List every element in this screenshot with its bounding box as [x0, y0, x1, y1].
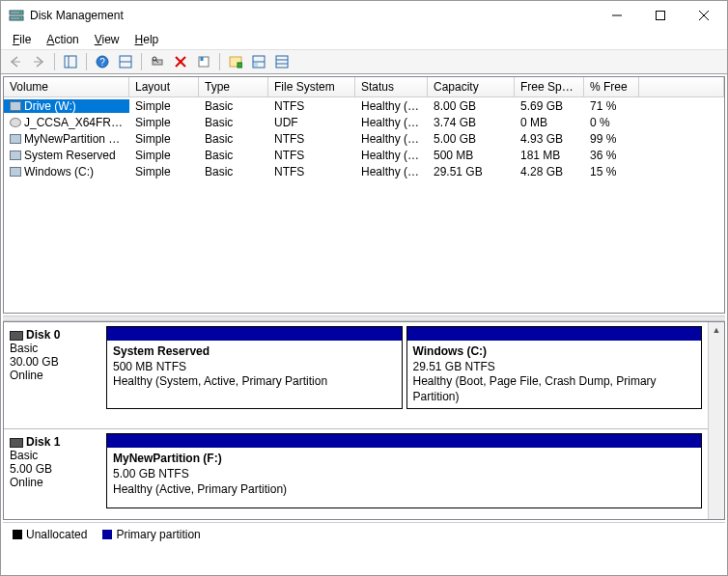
svg-rect-28 [276, 56, 288, 68]
maximize-button[interactable] [638, 2, 682, 30]
legend-primary: Primary partition [102, 528, 200, 541]
volume-name: System Reserved [24, 149, 116, 162]
volume-type: Basic [199, 116, 268, 129]
unallocated-swatch-icon [13, 530, 22, 539]
settings-list-button[interactable] [271, 51, 293, 72]
refresh-button[interactable] [115, 51, 136, 72]
delete-button[interactable] [170, 51, 191, 72]
legend-unallocated: Unallocated [13, 528, 87, 541]
partition-stripe [107, 327, 402, 341]
disk-label: Disk 1 [26, 435, 60, 449]
volume-fs: NTFS [268, 99, 355, 113]
toolbar: ? [1, 49, 727, 74]
partition-sub: 29.51 GB NTFS [413, 360, 495, 373]
properties-button[interactable] [193, 51, 214, 72]
disk-icon [10, 438, 23, 448]
volume-layout: Simple [129, 165, 199, 178]
volume-capacity: 5.00 GB [428, 132, 515, 146]
col-pctfree[interactable]: % Free [584, 77, 639, 96]
partition-status: Healthy (Active, Primary Partition) [113, 482, 287, 496]
partition-box[interactable]: System Reserved500 MB NTFSHealthy (Syste… [106, 326, 403, 409]
volume-row[interactable]: Drive (W:)SimpleBasicNTFSHealthy (A...8.… [4, 97, 724, 114]
back-button[interactable] [5, 51, 26, 72]
legend: Unallocated Primary partition [3, 522, 725, 545]
col-filesystem[interactable]: File System [268, 77, 355, 96]
toolbar-separator [86, 53, 87, 70]
volume-capacity: 500 MB [428, 149, 515, 162]
volume-status: Healthy (A... [355, 99, 428, 113]
volume-fs: NTFS [268, 165, 355, 178]
volume-capacity: 29.51 GB [428, 165, 515, 178]
close-button[interactable] [682, 2, 725, 30]
help-button[interactable]: ? [92, 51, 113, 72]
vertical-scrollbar[interactable]: ▲ [708, 322, 724, 519]
disk-size: 5.00 GB [10, 462, 98, 476]
col-status[interactable]: Status [355, 77, 428, 96]
menu-bar: File Action View Help [1, 30, 727, 49]
volume-free: 0 MB [515, 116, 584, 129]
volume-row[interactable]: J_CCSA_X64FRE_E...SimpleBasicUDFHealthy … [4, 114, 724, 130]
volume-name: J_CCSA_X64FRE_E... [24, 116, 129, 129]
partition-status: Healthy (System, Active, Primary Partiti… [113, 374, 327, 388]
partition-title: MyNewPartition (F:) [113, 452, 222, 465]
volume-fs: NTFS [268, 132, 355, 146]
drive-icon [10, 167, 21, 177]
disk-header[interactable]: Disk 0Basic30.00 GBOnline [10, 326, 98, 409]
volume-pct: 36 % [584, 149, 639, 162]
volume-pct: 71 % [584, 99, 639, 113]
disk-header[interactable]: Disk 1Basic5.00 GBOnline [10, 433, 98, 508]
col-volume[interactable]: Volume [4, 77, 129, 96]
col-blank[interactable] [639, 77, 724, 96]
svg-point-2 [19, 12, 21, 14]
drive-icon [10, 134, 21, 144]
volume-row[interactable]: MyNewPartition (F:)SimpleBasicNTFSHealth… [4, 130, 724, 147]
svg-rect-5 [656, 12, 664, 20]
volume-free: 5.69 GB [515, 99, 584, 113]
menu-action[interactable]: Action [39, 31, 86, 48]
volume-list[interactable]: Volume Layout Type File System Status Ca… [3, 76, 725, 314]
disk-type: Basic [10, 449, 98, 462]
volume-fs: NTFS [268, 149, 355, 162]
partition-box[interactable]: Windows (C:)29.51 GB NTFSHealthy (Boot, … [406, 326, 703, 409]
volume-free: 4.93 GB [515, 132, 584, 146]
scroll-up-icon[interactable]: ▲ [709, 322, 724, 338]
svg-rect-10 [65, 56, 76, 68]
menu-help[interactable]: Help [127, 31, 167, 48]
drive-icon [10, 151, 21, 160]
volume-type: Basic [199, 99, 268, 113]
col-freespace[interactable]: Free Spa... [515, 77, 584, 96]
rescan-disks-button[interactable] [147, 51, 168, 72]
col-type[interactable]: Type [199, 77, 268, 96]
partition-box[interactable]: MyNewPartition (F:)5.00 GB NTFSHealthy (… [106, 433, 702, 508]
volume-pct: 99 % [584, 132, 639, 146]
volume-layout: Simple [129, 149, 199, 162]
volume-layout: Simple [129, 116, 199, 129]
partition-sub: 5.00 GB NTFS [113, 467, 189, 480]
menu-view[interactable]: View [87, 31, 127, 48]
disk-size: 30.00 GB [10, 355, 98, 369]
show-hide-console-tree-button[interactable] [60, 51, 81, 72]
drive-icon [10, 101, 21, 111]
volume-free: 4.28 GB [515, 165, 584, 178]
svg-rect-24 [238, 63, 242, 68]
forward-button[interactable] [28, 51, 49, 72]
settings-top-button[interactable] [225, 51, 246, 72]
volume-capacity: 8.00 GB [428, 99, 515, 113]
volume-layout: Simple [129, 132, 199, 146]
svg-rect-27 [254, 63, 258, 67]
partition-title: System Reserved [113, 344, 210, 358]
volume-row[interactable]: System ReservedSimpleBasicNTFSHealthy (S… [4, 147, 724, 163]
volume-capacity: 3.74 GB [428, 116, 515, 129]
disk-state: Online [10, 476, 98, 489]
partition-sub: 500 MB NTFS [113, 360, 186, 373]
minimize-button[interactable] [595, 2, 638, 30]
col-layout[interactable]: Layout [129, 77, 199, 96]
drive-icon [10, 118, 21, 127]
volume-row[interactable]: Windows (C:)SimpleBasicNTFSHealthy (B...… [4, 163, 724, 179]
settings-bottom-button[interactable] [248, 51, 269, 72]
volume-name: Drive (W:) [24, 99, 76, 113]
col-capacity[interactable]: Capacity [428, 77, 515, 96]
toolbar-separator [141, 53, 142, 70]
menu-file[interactable]: File [5, 31, 39, 48]
disk-state: Online [10, 369, 98, 382]
